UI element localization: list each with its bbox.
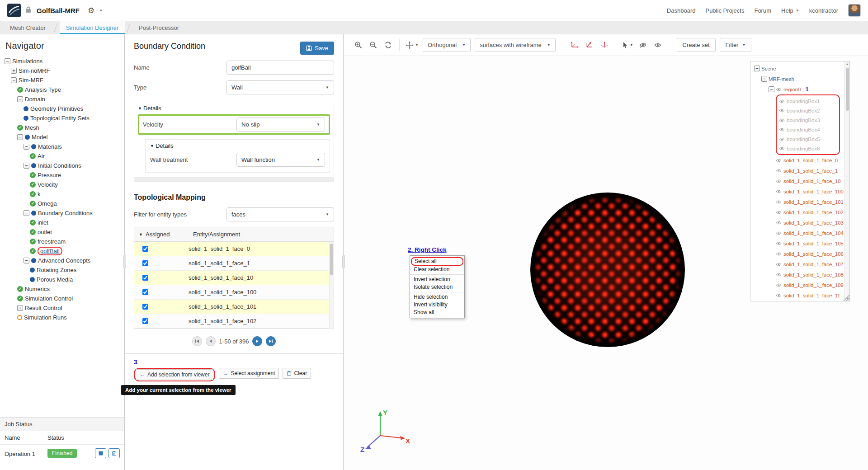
nav-help[interactable]: Help▼ (781, 7, 799, 14)
eye-icon[interactable] (776, 293, 782, 298)
nav-item-inlet[interactable]: ✓inlet (0, 218, 124, 227)
collapse-icon[interactable]: − (769, 86, 774, 92)
nav-item-topological-entity-sets[interactable]: Topological Entity Sets (0, 113, 124, 123)
nav-item-geometry-primitives[interactable]: Geometry Primitives (0, 104, 124, 113)
pan-move-icon[interactable]: ▼ (406, 39, 419, 51)
nav-item-freestream[interactable]: ✓freestream (0, 237, 124, 246)
resize-grip[interactable] (844, 295, 849, 301)
collapse-icon[interactable]: − (24, 258, 29, 263)
nav-item-mesh[interactable]: ✓Mesh (0, 123, 124, 132)
prev-page-button[interactable] (206, 336, 216, 346)
eye-icon[interactable] (776, 262, 782, 267)
nav-item-sim-nomrf[interactable]: +Sim-noMRF (0, 66, 124, 75)
scene-node-mrf-mesh[interactable]: −MRF-mesh (752, 74, 844, 84)
render-mode-select[interactable]: surfaces with wireframe▼ (475, 38, 555, 52)
scene-item-boundingbox5[interactable]: boundingBox5 (779, 134, 837, 144)
expand-icon[interactable]: + (17, 305, 23, 311)
context-menu-item-hide-selection[interactable]: Hide selection (410, 293, 464, 301)
first-page-button[interactable] (192, 336, 202, 346)
red-axis-icon-1[interactable] (569, 39, 580, 51)
table-scrollbar[interactable] (329, 242, 334, 329)
eye-icon[interactable] (776, 200, 782, 204)
eye-icon[interactable] (776, 158, 782, 163)
add-selection-from-viewer-button[interactable]: ←Add selection from viewer (136, 369, 213, 380)
select-assignment-button[interactable]: →Select assignment (219, 368, 279, 379)
eye-icon[interactable] (779, 108, 785, 113)
nav-item-numerics[interactable]: ✓Numerics (0, 284, 124, 294)
nav-item-simulation-control[interactable]: ✓Simulation Control (0, 294, 124, 303)
scene-item-solid-1-solid-1-face-103[interactable]: solid_1_solid_1_face_103 (752, 217, 844, 228)
assigned-checkbox[interactable] (142, 304, 148, 310)
nav-item-advanced-concepts[interactable]: −Advanced Concepts (0, 256, 124, 265)
scene-item-solid-1-solid-1-face-108[interactable]: solid_1_solid_1_face_108 (752, 269, 844, 280)
zoom-out-icon[interactable] (368, 39, 378, 51)
eye-icon[interactable] (776, 210, 782, 215)
panel-resize-handle[interactable] (123, 255, 126, 268)
nav-item-pressure[interactable]: ✓Pressure (0, 170, 124, 180)
nav-item-domain[interactable]: −Domain (0, 94, 124, 104)
scene-item-solid-1-solid-1-face-104[interactable]: solid_1_solid_1_face_104 (752, 228, 844, 238)
scene-item-solid-1-solid-1-face-11[interactable]: solid_1_solid_1_face_11 (752, 290, 844, 301)
clear-button[interactable]: Clear (283, 368, 311, 379)
scene-item-solid-1-solid-1-face-105[interactable]: solid_1_solid_1_face_105 (752, 238, 844, 249)
eye-icon[interactable] (779, 127, 785, 132)
nav-item-porous-media[interactable]: Porous Media (0, 275, 124, 284)
tab-mesh-creator[interactable]: Mesh Creator (4, 21, 52, 34)
eye-icon[interactable] (776, 221, 782, 225)
visibility-off-icon[interactable] (637, 39, 648, 51)
assigned-checkbox[interactable] (142, 260, 148, 266)
delete-button[interactable] (108, 448, 120, 458)
scene-item-boundingbox3[interactable]: boundingBox3 (779, 115, 837, 125)
scene-item-solid-1-solid-1-face-106[interactable]: solid_1_solid_1_face_106 (752, 249, 844, 259)
scene-item-boundingbox6[interactable]: boundingBox6 (779, 144, 837, 153)
viewer-canvas[interactable]: 2. Right Click Select allClear selection… (344, 56, 868, 470)
nav-dashboard[interactable]: Dashboard (667, 7, 696, 14)
stop-button[interactable] (95, 448, 106, 458)
golfball-3d-model[interactable] (530, 193, 685, 347)
sort-triangle-icon[interactable]: ▼ (139, 232, 143, 237)
context-menu-item-isolate-selection[interactable]: Isolate selection (410, 283, 464, 291)
nav-item-velocity[interactable]: ✓Velocity (0, 180, 124, 189)
scene-item-solid-1-solid-1-face-100[interactable]: solid_1_solid_1_face_100 (752, 186, 844, 197)
nav-item-air[interactable]: ✓Air (0, 151, 124, 161)
gear-icon[interactable]: ⚙ (88, 6, 94, 15)
type-select[interactable]: Wall▼ (226, 80, 334, 94)
eye-icon[interactable] (776, 87, 782, 92)
panel-resize-handle[interactable] (342, 255, 345, 268)
refresh-view-icon[interactable] (382, 39, 393, 51)
eye-icon[interactable] (776, 189, 782, 194)
expand-icon[interactable]: + (11, 68, 17, 74)
eye-icon[interactable] (776, 283, 782, 287)
collapse-icon[interactable]: − (24, 163, 29, 169)
eye-icon[interactable] (779, 99, 785, 103)
projection-select[interactable]: Orthogonal▼ (423, 38, 471, 52)
last-page-button[interactable] (266, 336, 276, 346)
nav-username[interactable]: kcontractor (809, 7, 838, 14)
details-header[interactable]: ▼Details (138, 105, 330, 112)
nav-item-model[interactable]: −Model (0, 132, 124, 142)
scene-item-boundingbox2[interactable]: boundingBox2 (779, 106, 837, 115)
eye-icon[interactable] (776, 241, 782, 246)
save-button[interactable]: Save (300, 42, 334, 55)
wall-treatment-select[interactable]: Wall function▼ (236, 153, 325, 167)
context-menu-item-invert-visibility[interactable]: Invert visibility (410, 301, 464, 309)
context-menu-item-show-all[interactable]: Show all (410, 309, 464, 316)
scene-item-solid-1-solid-1-face-10[interactable]: solid_1_solid_1_face_10 (752, 176, 844, 186)
nav-item-golfball[interactable]: ✓golfBall (0, 246, 124, 256)
assigned-checkbox[interactable] (142, 318, 148, 324)
red-axis-icon-3[interactable] (599, 39, 610, 51)
name-input[interactable] (226, 61, 334, 75)
context-menu-item-invert-selection[interactable]: Invert selection (410, 276, 464, 283)
eye-icon[interactable] (776, 273, 782, 277)
red-axis-icon-2[interactable] (584, 39, 595, 51)
tab-post-processor[interactable]: Post-Processor (132, 21, 185, 34)
scene-item-solid-1-solid-1-face-109[interactable]: solid_1_solid_1_face_109 (752, 280, 844, 290)
collapse-icon[interactable]: − (24, 144, 29, 150)
app-logo-icon[interactable] (7, 4, 21, 17)
nav-item-boundary-conditions[interactable]: −Boundary Conditions (0, 208, 124, 218)
eye-icon[interactable] (779, 146, 785, 151)
collapse-icon[interactable]: − (24, 210, 29, 216)
create-set-button[interactable]: Create set (677, 38, 716, 52)
scene-item-boundingbox1[interactable]: boundingBox1 (779, 96, 837, 106)
nav-item-analysis-type[interactable]: ✓Analysis Type (0, 85, 124, 94)
